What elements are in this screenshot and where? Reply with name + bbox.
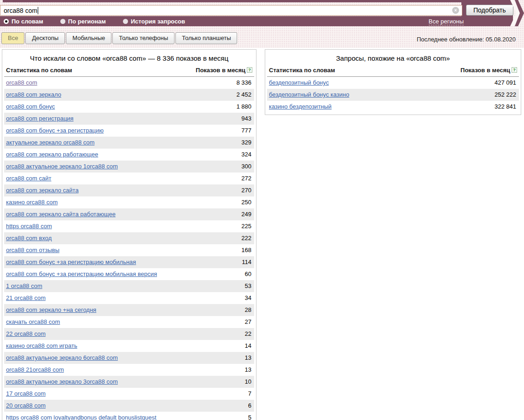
tab-mobile[interactable]: Мобильные (66, 32, 111, 44)
keyword-link[interactable]: orca88 com бонус +за регистрацию (6, 127, 104, 134)
keyword-link[interactable]: бездепозитный бонус казино (269, 91, 349, 98)
table-row: 17 orca88 com 7 (4, 388, 254, 400)
table-row: orca88 актуальное зеркало 3orca88 com 10 (4, 376, 254, 388)
keyword-cell: orca88 com бонус +за регистрацию (4, 125, 184, 137)
radio-icon (60, 19, 65, 24)
similar-queries-table: Статистика по словам Показов в месяц? бе… (267, 64, 519, 113)
column-header-impressions: Показов в месяц? (413, 64, 519, 77)
text-caret (38, 7, 38, 14)
keyword-link[interactable]: orca88 com сайт (6, 175, 51, 182)
keyword-link[interactable]: orca88 com бонус +за регистрацию мобильн… (6, 270, 157, 277)
keyword-cell: актуальное зеркало orca88 com (4, 137, 184, 149)
keyword-cell: orca88 com сайт (4, 173, 184, 184)
count-value: 114 (184, 256, 254, 268)
keyword-link[interactable]: orca88 com зеркало +на сегодня (6, 306, 96, 313)
search-input[interactable]: orca88 com × (0, 5, 462, 16)
tab-desktops[interactable]: Десктопы (25, 32, 65, 44)
table-row: 20 orca88 com 6 (4, 400, 254, 412)
keyword-cell: orca88 com зеркало +на сегодня (4, 304, 184, 316)
keyword-link[interactable]: 17 orca88 com (6, 390, 46, 397)
count-value: 1 880 (184, 101, 254, 113)
keyword-link[interactable]: orca88 com бонус (6, 103, 55, 110)
count-value: 28 (184, 304, 254, 316)
table-row: orca88 com бонус +за регистрацию мобильн… (4, 268, 254, 280)
count-value: 8 336 (184, 77, 254, 89)
tab-tablets-only[interactable]: Только планшеты (175, 32, 237, 44)
keyword-link[interactable]: orca88 com (6, 79, 37, 86)
tab-all[interactable]: Все (1, 32, 24, 44)
keyword-cell: orca88 актуальное зеркало 1orca88 com (4, 161, 184, 173)
table-row: orca88 актуальное зеркало 6orca88 com 13 (4, 352, 254, 364)
help-icon[interactable]: ? (512, 67, 517, 73)
keyword-link[interactable]: orca88 актуальное зеркало 6orca88 com (6, 354, 118, 361)
count-value: 249 (184, 208, 254, 220)
table-row: казино orca88 com играть 14 (4, 340, 254, 352)
keyword-link[interactable]: orca88 com зеркало (6, 91, 61, 98)
clear-icon[interactable]: × (452, 7, 459, 14)
device-tabs: Все Десктопы Мобильные Только телефоны Т… (1, 32, 237, 44)
panel-title: Что искали со словом «orca88 com» — 8 33… (2, 50, 256, 64)
mode-query-history[interactable]: История запросов (123, 18, 185, 25)
keywords-panel: Что искали со словом «orca88 com» — 8 33… (2, 49, 256, 420)
keyword-cell: orca88 com зеркало работающее (4, 149, 184, 161)
keyword-link[interactable]: https orca88 com loyaltyandbonus default… (6, 414, 157, 420)
table-header-row: Статистика по словам Показов в месяц? (4, 64, 254, 77)
keyword-link[interactable]: orca88 com вход (6, 235, 52, 242)
table-row: orca88 com бонус +за регистрацию мобильн… (4, 256, 254, 268)
keyword-cell: orca88 com бонус +за регистрацию мобильн… (4, 268, 184, 280)
count-value: 7 (184, 388, 254, 400)
table-row: 21 orca88 com 34 (4, 292, 254, 304)
count-value: 14 (184, 340, 254, 352)
count-value: 322 841 (413, 101, 519, 113)
keyword-link[interactable]: 20 orca88 com (6, 402, 46, 409)
mode-by-regions[interactable]: По регионам (60, 18, 106, 25)
table-row: orca88 com зеркало +на сегодня 28 (4, 304, 254, 316)
keyword-cell: orca88 com зеркало сайта (4, 184, 184, 196)
keyword-link[interactable]: 1 orca88 com (6, 282, 42, 289)
all-regions-link[interactable]: Все регионы (429, 18, 464, 25)
search-input-value: orca88 com (4, 7, 37, 14)
keyword-link[interactable]: orca88 com отзывы (6, 247, 59, 253)
keyword-cell: бездепозитный бонус казино (267, 89, 413, 101)
keyword-link[interactable]: orca88 21orca88 com (6, 366, 64, 373)
count-value: 2 452 (184, 89, 254, 101)
keyword-cell: orca88 com (4, 77, 184, 89)
keyword-link[interactable]: 21 orca88 com (6, 294, 46, 301)
mode-by-words[interactable]: По словам (4, 18, 43, 25)
keyword-link[interactable]: orca88 актуальное зеркало 1orca88 com (6, 163, 118, 170)
table-row: orca88 com бонус 1 880 (4, 101, 254, 113)
count-value: 943 (184, 113, 254, 125)
table-row: orca88 com вход 222 (4, 232, 254, 244)
keyword-link[interactable]: казино orca88 com (6, 199, 58, 206)
table-row: 22 orca88 com 22 (4, 328, 254, 340)
keyword-link[interactable]: скачать orca88 com (6, 318, 60, 325)
keyword-link[interactable]: актуальное зеркало orca88 com (6, 139, 94, 146)
count-value: 250 (184, 196, 254, 208)
table-row: orca88 актуальное зеркало 1orca88 com 30… (4, 161, 254, 173)
count-value: 300 (184, 161, 254, 173)
keyword-link[interactable]: orca88 com бонус +за регистрацию мобильн… (6, 259, 136, 265)
help-icon[interactable]: ? (247, 67, 252, 73)
submit-button[interactable]: Подобрать (466, 5, 513, 16)
keyword-link[interactable]: orca88 com зеркало сайта работающее (6, 211, 116, 218)
keyword-link[interactable]: orca88 актуальное зеркало 3orca88 com (6, 378, 118, 385)
table-row: orca88 21orca88 com 13 (4, 364, 254, 376)
keyword-cell: orca88 com вход (4, 232, 184, 244)
keyword-link[interactable]: казино бездепозитный (269, 103, 332, 110)
radio-icon (123, 19, 128, 24)
table-row: orca88 com зеркало работающее 324 (4, 149, 254, 161)
keyword-link[interactable]: https orca88 com (6, 223, 52, 230)
keyword-cell: orca88 com зеркало сайта работающее (4, 208, 184, 220)
keyword-cell: orca88 com отзывы (4, 244, 184, 256)
keyword-link[interactable]: orca88 com зеркало сайта (6, 187, 79, 194)
table-row: бездепозитный бонус 427 091 (267, 77, 519, 89)
count-value: 13 (184, 364, 254, 376)
keyword-cell: 1 orca88 com (4, 280, 184, 292)
keyword-link[interactable]: orca88 com зеркало работающее (6, 151, 98, 158)
keyword-link[interactable]: казино orca88 com играть (6, 342, 77, 349)
keyword-link[interactable]: бездепозитный бонус (269, 79, 329, 86)
tab-phones-only[interactable]: Только телефоны (112, 32, 175, 44)
keyword-link[interactable]: 22 orca88 com (6, 330, 46, 337)
keyword-link[interactable]: orca88 com регистрация (6, 115, 74, 122)
table-header-row: Статистика по словам Показов в месяц? (267, 64, 519, 77)
